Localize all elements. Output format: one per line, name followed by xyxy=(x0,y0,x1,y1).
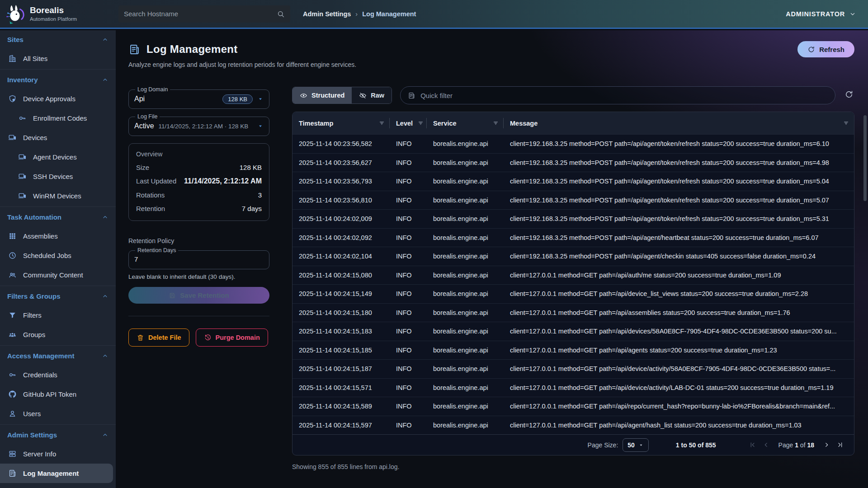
devices-icon xyxy=(18,153,27,161)
sidebar-item-groups[interactable]: Groups xyxy=(0,325,113,344)
log-file-label: Log File xyxy=(135,113,160,120)
sidebar-section-task-automation[interactable]: Task Automation xyxy=(0,208,116,226)
sidebar-item-device-approvals[interactable]: Device Approvals xyxy=(0,89,113,108)
log-row[interactable]: 2025-11-14 00:24:15,180INFOborealis.engi… xyxy=(292,303,854,322)
chevron-up-icon xyxy=(102,214,108,221)
sidebar-item-label: Filters xyxy=(23,311,42,319)
sidebar-item-ssh-devices[interactable]: SSH Devices xyxy=(0,167,113,186)
quick-filter-input[interactable] xyxy=(420,92,828,99)
log-service: borealis.engine.api xyxy=(427,384,504,391)
sidebar-item-users[interactable]: Users xyxy=(0,404,113,423)
log-row[interactable]: 2025-11-14 00:24:02,009INFOborealis.engi… xyxy=(292,209,854,228)
divider xyxy=(0,345,116,346)
log-message: client=127.0.0.1 method=GET path=/api/de… xyxy=(504,365,854,372)
structured-view-button[interactable]: Structured xyxy=(292,87,352,103)
delete-file-button[interactable]: Delete File xyxy=(128,328,189,347)
log-row[interactable]: 2025-11-14 00:23:56,582INFOborealis.engi… xyxy=(292,134,854,153)
log-timestamp: 2025-11-14 00:24:15,149 xyxy=(292,290,390,297)
quick-filter[interactable] xyxy=(400,86,835,104)
log-row[interactable]: 2025-11-14 00:23:56,810INFOborealis.engi… xyxy=(292,191,854,210)
log-row[interactable]: 2025-11-14 00:24:15,597INFOborealis.engi… xyxy=(292,416,854,435)
log-message: client=192.168.3.25 method=POST path=/ap… xyxy=(504,140,854,147)
sidebar-item-all-sites[interactable]: All Sites xyxy=(0,49,113,68)
chevron-up-icon xyxy=(102,76,108,83)
breadcrumb-log-management[interactable]: Log Management xyxy=(362,10,416,18)
sidebar-section-access-management[interactable]: Access Management xyxy=(0,347,116,365)
brand: Borealis Automation Platform xyxy=(0,4,116,24)
log-row[interactable]: 2025-11-14 00:24:15,589INFOborealis.engi… xyxy=(292,397,854,416)
structured-label: Structured xyxy=(311,92,344,99)
sidebar-section-filters-groups[interactable]: Filters & Groups xyxy=(0,287,116,305)
log-row[interactable]: 2025-11-14 00:24:15,571INFOborealis.engi… xyxy=(292,378,854,397)
column-header-message[interactable]: Message xyxy=(504,112,854,134)
next-page-button[interactable] xyxy=(820,438,833,452)
log-level: INFO xyxy=(390,403,427,410)
table-refresh-button[interactable] xyxy=(844,89,854,102)
sidebar-item-filters[interactable]: Filters xyxy=(0,305,113,325)
log-service: borealis.engine.api xyxy=(427,403,504,410)
sidebar-item-scheduled-jobs[interactable]: Scheduled Jobs xyxy=(0,246,113,265)
save-retention-button[interactable]: Save Retention xyxy=(128,287,269,304)
log-row[interactable]: 2025-11-14 00:23:56,627INFOborealis.engi… xyxy=(292,153,854,172)
sidebar-item-github-api-token[interactable]: GitHub API Token xyxy=(0,385,113,404)
server-icon xyxy=(8,450,17,458)
purge-domain-button[interactable]: Purge Domain xyxy=(196,328,268,347)
sidebar-section-sites[interactable]: Sites xyxy=(0,30,116,49)
log-row[interactable]: 2025-11-14 00:24:15,183INFOborealis.engi… xyxy=(292,322,854,341)
refresh-button-label: Refresh xyxy=(819,46,844,53)
prev-page-button[interactable] xyxy=(760,438,773,452)
log-service: borealis.engine.api xyxy=(427,422,504,429)
log-table-body: 2025-11-14 00:23:56,582INFOborealis.engi… xyxy=(292,134,854,434)
first-page-button[interactable] xyxy=(746,438,760,452)
last-page-button[interactable] xyxy=(833,438,847,452)
sidebar-item-agent-devices[interactable]: Agent Devices xyxy=(0,147,113,167)
column-header-level[interactable]: Level xyxy=(390,112,427,134)
log-timestamp: 2025-11-14 00:24:15,180 xyxy=(292,309,390,316)
log-row[interactable]: 2025-11-14 00:24:15,187INFOborealis.engi… xyxy=(292,359,854,378)
sidebar-item-log-management[interactable]: Log Management xyxy=(0,464,113,483)
log-level: INFO xyxy=(390,422,427,429)
log-level: INFO xyxy=(390,215,427,222)
sidebar-item-winrm-devices[interactable]: WinRM Devices xyxy=(0,186,113,206)
log-message: client=127.0.0.1 method=GET path=/api/as… xyxy=(504,309,854,316)
sidebar-item-community-content[interactable]: Community Content xyxy=(0,265,113,285)
log-viewer: Structured Raw TimestampLevelServiceMess… xyxy=(292,86,854,470)
log-message: client=127.0.0.1 method=GET path=/api/ag… xyxy=(504,347,854,354)
log-level: INFO xyxy=(390,159,427,166)
refresh-button[interactable]: Refresh xyxy=(797,41,854,57)
log-row[interactable]: 2025-11-14 00:23:56,793INFOborealis.engi… xyxy=(292,172,854,191)
log-level: INFO xyxy=(390,178,427,185)
retention-days-input[interactable] xyxy=(134,254,264,265)
sidebar-item-page-template[interactable]: Page Template xyxy=(0,483,113,488)
user-menu[interactable]: ADMINISTRATOR xyxy=(786,10,868,18)
log-row[interactable]: 2025-11-14 00:24:02,104INFOborealis.engi… xyxy=(292,247,854,266)
log-row[interactable]: 2025-11-14 00:24:15,149INFOborealis.engi… xyxy=(292,284,854,303)
hostname-search[interactable] xyxy=(118,5,290,23)
sidebar-item-enrollment-codes[interactable]: Enrollment Codes xyxy=(0,108,113,128)
sidebar-item-assemblies[interactable]: Assemblies xyxy=(0,226,113,246)
sidebar-item-devices[interactable]: Devices xyxy=(0,128,113,147)
sidebar-section-admin-settings[interactable]: Admin Settings xyxy=(0,426,116,444)
column-header-service[interactable]: Service xyxy=(427,112,504,134)
sidebar-item-credentials[interactable]: Credentials xyxy=(0,365,113,385)
log-file-select[interactable]: Log File Active 11/14/2025, 2:12:12 AM ·… xyxy=(128,113,269,136)
log-domain-select[interactable]: Log Domain Api 128 KB xyxy=(128,86,269,109)
log-row[interactable]: 2025-11-14 00:24:15,080INFOborealis.engi… xyxy=(292,266,854,285)
retention-policy-label: Retention Policy xyxy=(128,237,269,244)
log-level: INFO xyxy=(390,140,427,147)
column-header-timestamp[interactable]: Timestamp xyxy=(292,112,390,134)
raw-view-button[interactable]: Raw xyxy=(352,87,392,103)
page-size-select[interactable]: 50 xyxy=(623,438,649,452)
log-row[interactable]: 2025-11-14 00:24:15,185INFOborealis.engi… xyxy=(292,341,854,360)
breadcrumb-admin-settings[interactable]: Admin Settings xyxy=(303,10,351,18)
log-row[interactable]: 2025-11-14 00:24:02,092INFOborealis.engi… xyxy=(292,228,854,247)
sidebar-section-label: Sites xyxy=(7,36,24,43)
chevron-up-icon xyxy=(102,36,108,43)
delete-file-label: Delete File xyxy=(148,334,181,341)
log-timestamp: 2025-11-14 00:24:15,183 xyxy=(292,328,390,335)
window-scrollbar[interactable] xyxy=(863,115,867,201)
sidebar-section-inventory[interactable]: Inventory xyxy=(0,70,116,89)
sidebar-item-server-info[interactable]: Server Info xyxy=(0,444,113,464)
hostname-search-input[interactable] xyxy=(124,10,277,18)
retention-days-field[interactable]: Retention Days xyxy=(128,247,269,269)
